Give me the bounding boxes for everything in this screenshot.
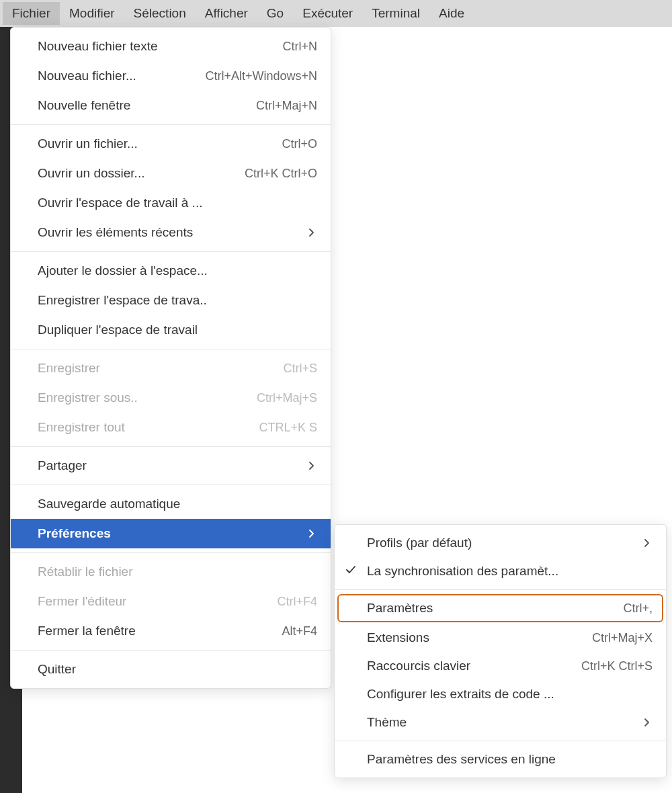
submenu-item-label: Thème <box>367 715 407 730</box>
menu-item[interactable]: Fermer la fenêtreAlt+F4 <box>11 616 331 646</box>
menubar-item-selection[interactable]: Sélection <box>124 2 196 25</box>
menu-item-label: Nouveau fichier texte <box>38 39 158 54</box>
menu-item-label: Rétablir le fichier <box>38 565 133 579</box>
menu-item-label: Partager <box>38 458 87 473</box>
file-menu-dropdown: Nouveau fichier texteCtrl+NNouveau fichi… <box>10 27 331 689</box>
menu-separator <box>11 552 331 553</box>
menu-item-label: Ouvrir un fichier... <box>38 136 138 151</box>
menu-item-label: Ouvrir les éléments récents <box>38 225 193 240</box>
menu-item[interactable]: Enregistrer toutCTRL+K S <box>11 413 331 442</box>
menu-item-label: Préférences <box>38 526 111 541</box>
submenu-item-label: Extensions <box>367 630 429 645</box>
submenu-item[interactable]: ParamètresCtrl+, <box>337 594 663 622</box>
menu-item-shortcut: Alt+F4 <box>282 624 317 638</box>
menu-separator <box>335 589 666 590</box>
menu-item-label: Enregistrer sous.. <box>38 390 138 405</box>
submenu-item[interactable]: La synchronisation des paramèt... <box>335 557 666 585</box>
menu-separator <box>335 741 666 741</box>
menu-item-label: Dupliquer l'espace de travail <box>38 323 198 337</box>
chevron-right-icon <box>642 717 653 728</box>
menu-item[interactable]: Ouvrir l'espace de travail à ... <box>11 188 331 218</box>
menu-item[interactable]: Quitter <box>11 655 331 684</box>
menu-item-shortcut: CTRL+K S <box>259 421 317 435</box>
menu-item-shortcut: Ctrl+N <box>282 40 317 54</box>
chevron-right-icon <box>306 460 317 471</box>
menu-item-shortcut: Ctrl+F4 <box>277 595 317 609</box>
menubar-item-afficher[interactable]: Afficher <box>196 2 257 25</box>
menu-item-label: Enregistrer l'espace de trava.. <box>38 293 207 308</box>
menu-item[interactable]: Ouvrir les éléments récents <box>11 218 331 247</box>
menu-item[interactable]: Partager <box>11 451 331 481</box>
chevron-right-icon <box>642 538 653 548</box>
menu-item[interactable]: Ouvrir un dossier...Ctrl+K Ctrl+O <box>11 159 331 188</box>
menu-item-shortcut: Ctrl+K Ctrl+O <box>245 167 317 181</box>
menu-item[interactable]: Nouvelle fenêtreCtrl+Maj+N <box>11 91 331 120</box>
menubar-item-aide[interactable]: Aide <box>429 2 474 25</box>
menu-item[interactable]: Rétablir le fichier <box>11 557 331 587</box>
menu-item-label: Quitter <box>38 662 76 677</box>
preferences-submenu-dropdown: Profils (par défaut)La synchronisation d… <box>334 524 667 778</box>
menu-item-label: Ouvrir un dossier... <box>38 166 144 181</box>
menubar-item-terminal[interactable]: Terminal <box>362 2 429 25</box>
menu-item-label: Nouvelle fenêtre <box>38 98 130 113</box>
submenu-item-label: Paramètres <box>367 601 433 616</box>
submenu-item[interactable]: Configurer les extraits de code ... <box>335 680 666 708</box>
menu-item[interactable]: EnregistrerCtrl+S <box>11 353 331 383</box>
menu-item[interactable]: Dupliquer l'espace de travail <box>11 315 331 345</box>
chevron-right-icon <box>306 528 317 539</box>
menu-item[interactable]: Ouvrir un fichier...Ctrl+O <box>11 129 331 159</box>
menu-item-label: Fermer l'éditeur <box>38 594 126 609</box>
menu-separator <box>11 124 331 125</box>
chevron-right-icon <box>306 227 317 238</box>
menu-separator <box>11 349 331 349</box>
menubar-item-modifier[interactable]: Modifier <box>60 2 124 25</box>
menu-item-label: Enregistrer tout <box>38 420 125 435</box>
menu-item-shortcut: Ctrl+O <box>282 137 317 151</box>
menubar-item-go[interactable]: Go <box>257 2 293 25</box>
menu-separator <box>11 251 331 252</box>
menu-item-label: Ajouter le dossier à l'espace... <box>38 263 208 278</box>
submenu-item[interactable]: Profils (par défaut) <box>335 529 666 557</box>
menu-item-label: Ouvrir l'espace de travail à ... <box>38 196 202 210</box>
menu-item-label: Sauvegarde automatique <box>38 497 180 511</box>
menubar-item-fichier[interactable]: Fichier <box>3 2 60 25</box>
menubar: Fichier Modifier Sélection Afficher Go E… <box>0 0 672 27</box>
submenu-item-label: La synchronisation des paramèt... <box>367 564 558 579</box>
submenu-item-shortcut: Ctrl+K Ctrl+S <box>581 659 653 673</box>
menu-item-label: Nouveau fichier... <box>38 69 136 83</box>
menu-item[interactable]: Enregistrer sous..Ctrl+Maj+S <box>11 383 331 413</box>
menu-item[interactable]: Sauvegarde automatique <box>11 489 331 519</box>
submenu-item[interactable]: Raccourcis clavierCtrl+K Ctrl+S <box>335 652 666 680</box>
menu-item[interactable]: Fermer l'éditeurCtrl+F4 <box>11 587 331 616</box>
submenu-item[interactable]: ExtensionsCtrl+Maj+X <box>335 624 666 652</box>
menu-item[interactable]: Nouveau fichier...Ctrl+Alt+Windows+N <box>11 61 331 91</box>
submenu-item-shortcut: Ctrl+Maj+X <box>592 631 653 645</box>
menu-item-label: Fermer la fenêtre <box>38 624 136 638</box>
menu-item-shortcut: Ctrl+Maj+N <box>256 99 317 113</box>
menu-item-shortcut: Ctrl+Maj+S <box>257 391 317 405</box>
menubar-item-executer[interactable]: Exécuter <box>293 2 362 25</box>
menu-separator <box>11 485 331 485</box>
submenu-item[interactable]: Paramètres des services en ligne <box>335 745 666 774</box>
submenu-item-shortcut: Ctrl+, <box>623 601 653 616</box>
check-icon <box>345 564 356 579</box>
menu-item[interactable]: Ajouter le dossier à l'espace... <box>11 256 331 286</box>
submenu-item[interactable]: Thème <box>335 708 666 737</box>
menu-item-shortcut: Ctrl+S <box>283 362 317 376</box>
submenu-item-label: Raccourcis clavier <box>367 659 470 673</box>
menu-separator <box>11 446 331 447</box>
menu-item[interactable]: Enregistrer l'espace de trava.. <box>11 286 331 315</box>
submenu-item-label: Profils (par défaut) <box>367 536 472 550</box>
menu-item-label: Enregistrer <box>38 361 100 376</box>
menu-item[interactable]: Préférences <box>11 519 331 548</box>
menu-item-shortcut: Ctrl+Alt+Windows+N <box>205 69 317 83</box>
submenu-item-label: Paramètres des services en ligne <box>367 752 556 767</box>
menu-item[interactable]: Nouveau fichier texteCtrl+N <box>11 32 331 61</box>
menu-separator <box>11 650 331 651</box>
submenu-item-label: Configurer les extraits de code ... <box>367 687 554 702</box>
